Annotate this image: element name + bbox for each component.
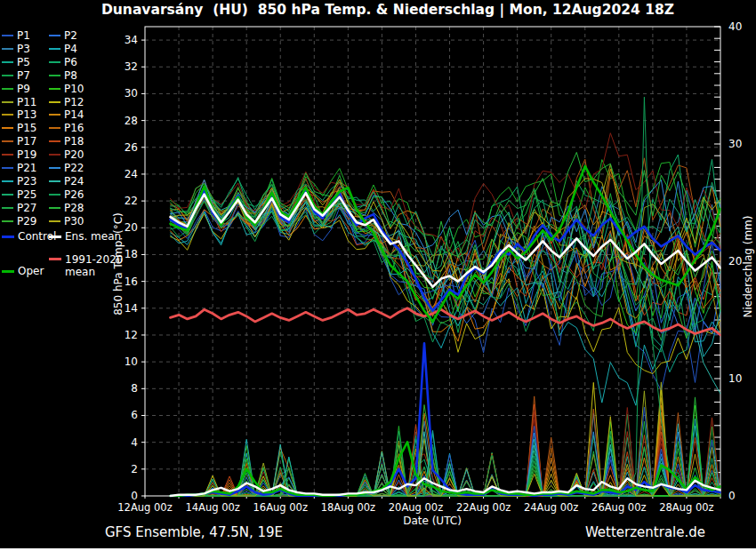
date-tick-label: 14Aug 00z — [185, 501, 239, 514]
temp-tick-label: 24 — [125, 168, 138, 180]
temp-tick-label: 18 — [125, 248, 138, 260]
precip-axis-label: Niederschlag (mm) — [742, 133, 754, 400]
date-tick-label: 16Aug 00z — [253, 501, 308, 514]
temp-tick-label: 30 — [125, 87, 138, 100]
date-tick-label: 26Aug 00z — [591, 501, 646, 514]
precip-tick-label: 20 — [728, 255, 742, 268]
member-temp-line-p14 — [171, 169, 721, 288]
temp-axis-label: 850 hPa Temp. (°C) — [112, 131, 125, 397]
temp-tick-label: 32 — [125, 60, 138, 73]
temp-tick-label: 8 — [131, 382, 138, 395]
temp-tick-label: 34 — [125, 34, 138, 46]
precip-tick-label: 40 — [728, 20, 742, 33]
meteogram-page: Dunavarsány (HU) 850 hPa Temp. & Nieders… — [0, 0, 756, 551]
date-tick-label: 20Aug 00z — [389, 501, 443, 514]
temp-tick-label: 6 — [131, 409, 138, 421]
date-tick-label: 28Aug 00z — [659, 501, 713, 514]
date-tick-label: 24Aug 00z — [524, 501, 578, 514]
temp-tick-label: 4 — [131, 436, 138, 449]
temp-tick-label: 0 — [131, 490, 138, 502]
temp-tick-label: 26 — [125, 141, 138, 154]
temp-tick-label: 28 — [125, 115, 138, 127]
precip-tick-label: 30 — [728, 138, 742, 150]
date-tick-label: 18Aug 00z — [321, 501, 375, 514]
temp-tick-label: 12 — [125, 329, 138, 341]
precip-tick-label: 0 — [728, 490, 736, 502]
temp-tick-label: 16 — [125, 276, 138, 288]
temp-tick-label: 14 — [125, 302, 138, 315]
temp-tick-label: 10 — [125, 355, 138, 368]
temp-tick-label: 22 — [125, 195, 138, 207]
date-axis-label: Date (UTC) — [343, 515, 521, 527]
member-temp-line-p12 — [171, 204, 721, 374]
footer-site-name: Wetterzentrale.de — [585, 524, 705, 540]
footer-model-location: GFS Ensemble, 47.5N, 19E — [105, 524, 283, 540]
temp-tick-label: 2 — [131, 463, 138, 475]
temp-tick-label: 20 — [125, 221, 138, 234]
date-tick-label: 22Aug 00z — [456, 501, 511, 514]
date-tick-label: 12Aug 00z — [117, 501, 172, 514]
precip-tick-label: 10 — [728, 372, 742, 385]
